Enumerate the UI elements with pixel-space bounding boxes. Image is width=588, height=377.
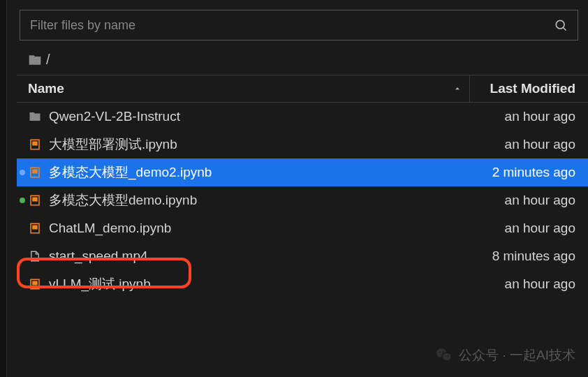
table-header: Name Last Modified [17,75,588,103]
folder-icon [28,110,42,124]
notebook-icon [28,221,42,235]
file-name: vLLM_测试.ipynb [49,275,457,293]
header-modified-column[interactable]: Last Modified [469,75,588,102]
svg-rect-7 [33,198,37,201]
sort-caret-up-icon [453,84,462,94]
watermark: 公众号 · 一起AI技术 [435,346,575,364]
header-modified-label: Last Modified [490,81,575,96]
file-name: 大模型部署测试.ipynb [49,135,457,154]
svg-line-1 [564,28,566,31]
svg-point-0 [556,20,564,29]
breadcrumb[interactable]: / [7,47,588,75]
search-icon [554,18,568,32]
file-modified: an hour ago [457,221,575,236]
file-name: 多模态大模型_demo2.ipynb [49,163,457,182]
notebook-icon [28,138,42,151]
folder-icon [28,53,42,67]
left-strip [0,0,7,377]
file-row[interactable]: ChatLM_demo.ipynban hour ago [17,214,588,242]
file-row[interactable]: 多模态大模型_demo2.ipynb2 minutes ago [17,158,588,186]
file-name: Qwen2-VL-2B-Instruct [49,109,457,124]
wechat-icon [435,346,453,364]
watermark-text: 公众号 · 一起AI技术 [459,346,575,364]
header-name-label: Name [28,81,64,96]
file-list: Qwen2-VL-2B-Instructan hour ago大模型部署测试.i… [17,103,588,298]
notebook-icon [28,165,42,179]
file-row[interactable]: 大模型部署测试.ipynban hour ago [17,131,588,158]
file-modified: 2 minutes ago [457,165,575,180]
filter-box[interactable] [20,10,578,40]
file-name: ChatLM_demo.ipynb [49,221,457,236]
file-modified: an hour ago [457,137,575,152]
file-modified: an hour ago [457,109,575,124]
svg-rect-5 [33,170,37,173]
file-name: start_speed.mp4 [49,249,457,264]
breadcrumb-path: / [46,52,50,68]
status-dot-icon [20,170,25,175]
svg-rect-3 [33,142,37,145]
status-dot-icon [20,198,25,203]
file-browser-panel: / Name Last Modified Qwen2-VL-2B-Instruc… [7,10,588,298]
filter-input[interactable] [30,18,554,33]
file-modified: an hour ago [457,276,575,292]
file-row[interactable]: Qwen2-VL-2B-Instructan hour ago [17,103,588,131]
file-name: 多模态大模型demo.ipynb [49,191,457,209]
svg-rect-9 [33,226,37,229]
file-icon [28,249,42,263]
file-row[interactable]: start_speed.mp48 minutes ago [17,242,588,270]
header-name-column[interactable]: Name [17,81,469,96]
notebook-icon [28,193,42,207]
file-row[interactable]: vLLM_测试.ipynban hour ago [17,270,588,298]
notebook-icon [28,277,42,291]
file-modified: 8 minutes ago [457,249,575,264]
file-row[interactable]: 多模态大模型demo.ipynban hour ago [17,186,588,214]
svg-rect-11 [33,281,37,285]
file-modified: an hour ago [457,193,575,208]
